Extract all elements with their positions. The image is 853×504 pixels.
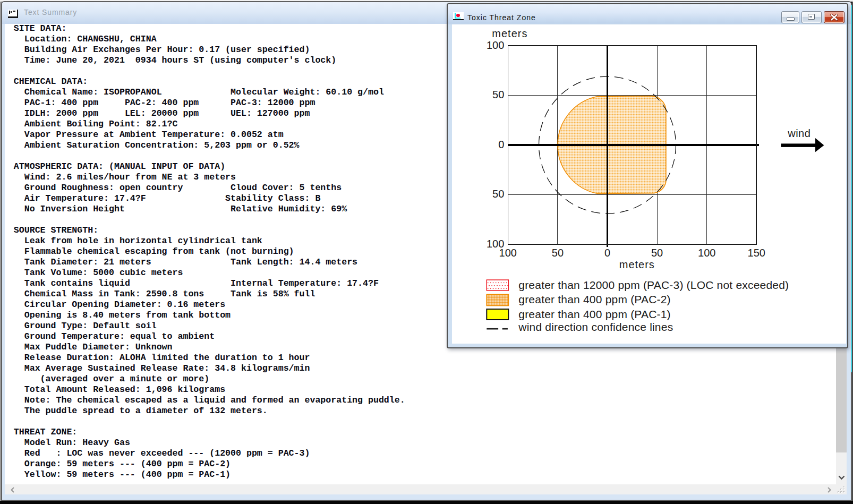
svg-text:greater than 400 ppm (PAC-2): greater than 400 ppm (PAC-2) <box>519 293 671 305</box>
svg-text:0: 0 <box>499 138 505 150</box>
svg-text:50: 50 <box>651 246 663 258</box>
svg-text:50: 50 <box>552 246 564 258</box>
svg-text:greater than 400 ppm (PAC-1): greater than 400 ppm (PAC-1) <box>519 308 671 320</box>
svg-text:greater than 12000 ppm (PAC-3): greater than 12000 ppm (PAC-3) (LOC not … <box>519 278 789 291</box>
svg-text:100: 100 <box>499 246 517 258</box>
svg-text:50: 50 <box>493 89 505 100</box>
svg-text:wind: wind <box>788 127 811 139</box>
svg-text:50: 50 <box>493 188 505 200</box>
svg-text:0: 0 <box>604 246 610 258</box>
svg-text:100: 100 <box>698 246 715 258</box>
svg-text:meters: meters <box>492 27 528 39</box>
svg-text:meters: meters <box>619 258 655 270</box>
svg-text:wind direction confidence line: wind direction confidence lines <box>518 321 673 333</box>
svg-text:100: 100 <box>487 39 504 50</box>
svg-text:150: 150 <box>748 246 765 258</box>
